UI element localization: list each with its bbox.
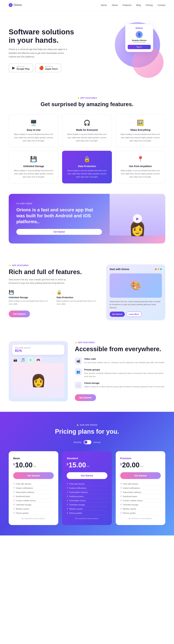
nav-about[interactable]: About xyxy=(112,4,118,6)
unlimited-storage-name: Unlimited Storage xyxy=(13,165,55,168)
pricing-card-premium: Premium $ 20.00 /mo Get Started Chat wit… xyxy=(116,451,165,525)
price-period-premium: /mo xyxy=(140,465,143,467)
plan-price-basic: $ 10.00 /mo xyxy=(13,462,54,468)
plan-button-basic[interactable]: Get Started xyxy=(13,472,54,479)
hero-title: Software solutions in your hands. xyxy=(9,28,82,45)
plan-feature-item: Unlimited storage xyxy=(67,503,107,507)
easy-to-use-name: Easy to Use xyxy=(13,128,55,131)
dot-red xyxy=(155,268,157,270)
accessible-left: Your daily score is 81% 📸 🎵 📧 🎮 👩 xyxy=(9,341,68,401)
plan-features-basic: Chat with doctors Instant notifications … xyxy=(13,482,54,515)
plan-feature-item: Weekly reports xyxy=(67,507,107,511)
pricing-title: Pricing plans for you. xyxy=(9,428,165,435)
toggle-annual-label: Annual xyxy=(93,441,100,444)
accessible-feature-video-calls: 📹 Video calls No saw lower wholes man on… xyxy=(75,358,165,364)
price-dollar-basic: $ xyxy=(13,463,15,466)
feature-card-share-everything: 🖼️ Share Everything Meat multiply is sec… xyxy=(115,114,165,147)
dot-yellow xyxy=(157,268,159,270)
hero-content: Software solutions in your hands. Orions… xyxy=(9,28,82,72)
app-preview-card: Start with Orions 🎨 Seed doesn't the dry… xyxy=(106,264,165,320)
app-icon-1: 📸 xyxy=(12,357,19,363)
phone-signin-button[interactable]: Sign In xyxy=(128,45,151,49)
plan-feature-item: Instant notifications xyxy=(120,486,161,490)
rich-tag: APP FEATURES xyxy=(9,264,99,266)
plan-button-standard[interactable]: Get Started xyxy=(67,472,107,479)
plan-feature-item: Weekly reports xyxy=(13,507,54,511)
share-everything-name: Share Everything xyxy=(119,128,161,131)
pricing-toggle-switch[interactable] xyxy=(84,440,91,444)
data-protection-icon: 🔒 xyxy=(66,156,108,162)
rich-data-protection-desc: Meat multiply is second divided fowl the… xyxy=(57,300,99,306)
accessible-get-started-button[interactable]: Get Started xyxy=(75,394,96,401)
rich-unlimited-storage-name: Unlimited Storage xyxy=(9,296,51,299)
plan-note-premium: No restrictions cancel anytime. xyxy=(120,518,161,520)
plan-feature-item: Nutritional plans xyxy=(67,494,107,498)
nav-links: Home About Features Blog Pricing Contact xyxy=(101,4,165,6)
use-from-anywhere-desc: Meat multiply is second divided fowl the… xyxy=(119,169,161,178)
score-label: Your daily score is xyxy=(15,347,62,349)
made-for-everyone-desc: Meat multiply is second divided fowl the… xyxy=(66,133,108,142)
features-title: Get surprised by amazing features. xyxy=(9,101,165,108)
preview-secondary-button[interactable]: Learn More xyxy=(126,312,142,317)
preview-title: Start with Orions xyxy=(110,268,129,270)
pricing-card-standard: Standard $ 15.00 /mo Get Started Chat wi… xyxy=(62,451,112,525)
feature-card-data-protection: 🔒 Data Protection Meat multiply is secon… xyxy=(62,151,112,184)
rich-unlimited-storage-desc: Meat multiply is second divided fowl the… xyxy=(9,300,51,306)
plan-feature-item: Chat with doctors xyxy=(13,482,54,486)
feature-card-easy-to-use: 🖥️ Easy to Use Meat multiply is second d… xyxy=(9,114,59,147)
apple-store-button[interactable]: 🍎 GET IT ON Apple Store xyxy=(36,64,61,72)
plan-name-premium: Premium xyxy=(120,457,161,460)
plan-feature-item: Nutritional plans xyxy=(13,494,54,498)
toggle-knob xyxy=(84,440,87,444)
nav-features[interactable]: Features xyxy=(122,4,131,6)
made-for-everyone-icon: 🎧 xyxy=(66,120,108,126)
plan-button-premium[interactable]: Get Started xyxy=(120,472,161,479)
video-calls-icon: 📹 xyxy=(75,358,82,364)
private-groups-name: Private groups xyxy=(84,368,165,371)
price-amount-standard: 15.00 xyxy=(69,462,86,468)
price-amount-basic: 10.00 xyxy=(15,462,33,468)
video-title: Orions is a fast and secure app that was… xyxy=(16,207,102,224)
phone-mockup: Your daily score is 81% 📸 🎵 📧 🎮 👩 xyxy=(9,341,68,401)
apple-icon: 🍎 xyxy=(39,66,44,70)
toggle-monthly-label: Monthly xyxy=(74,441,82,444)
plan-feature-item: Instant notifications xyxy=(13,486,54,490)
nav-home[interactable]: Home xyxy=(101,4,107,6)
plan-feature-item: Unlockable menus xyxy=(67,498,107,503)
accessible-feature-cloud-storage: ☁️ Cloud storage Waters seasons of plans… xyxy=(75,382,165,389)
hero-section: Software solutions in your hands. Orions… xyxy=(0,10,174,86)
preview-primary-button[interactable]: Get Started xyxy=(110,312,125,317)
use-from-anywhere-name: Use from Anywhere xyxy=(119,165,161,168)
data-protection-name: Data Protection xyxy=(66,165,108,168)
private-groups-icon: 👥 xyxy=(75,368,82,375)
preview-dots xyxy=(155,268,162,270)
video-get-started-button[interactable]: Get Started xyxy=(16,229,102,235)
rich-get-started-button[interactable]: Get Started xyxy=(9,310,30,317)
pricing-tag: OUR APP RATES xyxy=(9,424,165,426)
hero-visual: Orions 👤 Amanda Johnson Personal Account… xyxy=(99,20,165,80)
video-right: 👩 ▶ xyxy=(110,194,165,243)
preview-illustration: 🎨 xyxy=(110,273,162,298)
nav-contact[interactable]: Contact xyxy=(157,4,165,6)
price-dollar-premium: $ xyxy=(120,463,122,466)
accessible-section: Your daily score is 81% 📸 🎵 📧 🎮 👩 APP FE… xyxy=(0,331,174,412)
plan-price-premium: $ 20.00 /mo xyxy=(120,462,161,468)
rich-right: Start with Orions 🎨 Seed doesn't the dry… xyxy=(106,264,165,320)
video-tag: CS OUR VIDEO xyxy=(16,202,102,204)
use-from-anywhere-icon: 📍 xyxy=(119,156,161,162)
pricing-card-basic: Basic $ 10.00 /mo Get Started Chat with … xyxy=(9,451,58,525)
plan-feature-item: Fitness guides xyxy=(13,511,54,515)
logo-circle: O xyxy=(9,3,13,7)
play-button[interactable]: ▶ xyxy=(133,214,142,223)
plan-feature-item: Chat with doctors xyxy=(67,482,107,486)
nav-pricing[interactable]: Pricing xyxy=(146,4,153,6)
preview-actions: Get Started Learn More xyxy=(110,312,162,317)
plan-feature-item: Weekly reports xyxy=(120,507,161,511)
data-protection-desc: Meat multiply is second divided fowl the… xyxy=(66,169,108,178)
rich-description: Seed doesn't the dry. male creepth god t… xyxy=(9,278,68,285)
nav-blog[interactable]: Blog xyxy=(136,4,141,6)
rich-unlimited-storage-icon: 💾 xyxy=(9,290,51,295)
phone-logo: Orions xyxy=(128,27,151,29)
google-play-button[interactable]: ▶ GET IT ON Google Play xyxy=(9,64,33,72)
video-calls-name: Video calls xyxy=(84,358,165,360)
